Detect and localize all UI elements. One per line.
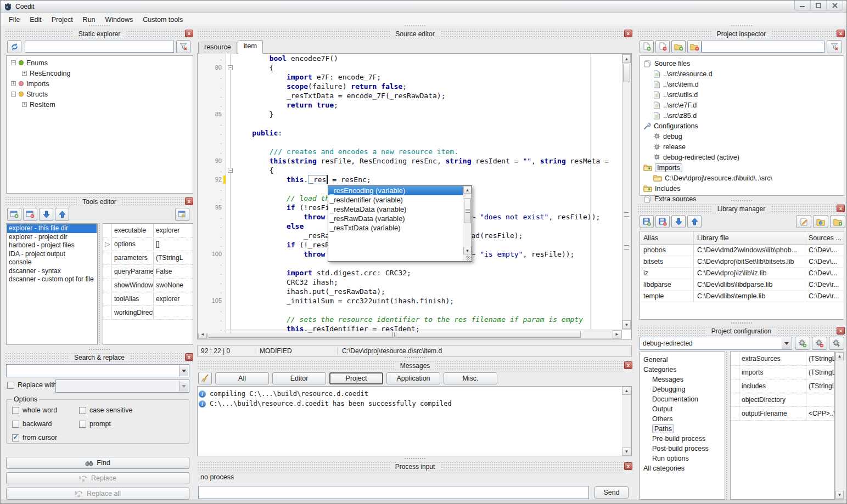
library-manager-close-icon[interactable]: x — [837, 205, 845, 212]
tool-property-row[interactable]: executableexplorer — [103, 224, 193, 237]
process-input-close-icon[interactable]: x — [624, 462, 632, 470]
fold-margin[interactable] — [226, 128, 235, 138]
project-tree-item[interactable]: debug-redirected (active) — [641, 152, 843, 162]
config-category[interactable]: All categories — [642, 463, 722, 473]
fold-margin[interactable] — [226, 250, 235, 259]
inspector-clear-filter-icon[interactable] — [827, 40, 842, 53]
tool-list-item[interactable]: console — [7, 258, 97, 267]
replace-term-combo[interactable] — [55, 380, 189, 393]
library-row[interactable]: libdparseC:\Dev\dlibs\libdparse.libC:\De… — [640, 279, 844, 291]
fold-margin[interactable]: − — [226, 166, 235, 175]
menu-item-file[interactable]: File — [4, 14, 25, 25]
code-line[interactable]: . CRC32 ihash; — [198, 278, 622, 287]
property-value[interactable]: swoNone — [153, 279, 193, 292]
clone-configuration-button[interactable] — [829, 337, 844, 350]
filter-button-all[interactable]: All — [215, 372, 269, 384]
config-category[interactable]: Debugging — [642, 384, 722, 394]
tools-splitter[interactable] — [99, 223, 102, 345]
property-value[interactable]: explorer — [153, 292, 193, 305]
configuration-select[interactable]: debug-redirected — [640, 337, 792, 350]
project-tree-item[interactable]: Configurations — [641, 121, 843, 131]
config-category[interactable]: Output — [642, 404, 722, 414]
config-property-row[interactable]: includes(TStringL — [731, 380, 834, 393]
symbol-tree-item[interactable]: +ResItem — [7, 99, 193, 110]
scroll-up-icon[interactable]: ▲ — [835, 352, 844, 360]
messages-scrollbar[interactable]: ▲ ▼ — [622, 387, 631, 456]
expand-icon[interactable]: + — [22, 71, 27, 76]
fold-margin[interactable] — [226, 156, 235, 166]
panel-grip[interactable] — [731, 200, 752, 201]
resize-grip[interactable] — [466, 256, 472, 261]
panel-grip[interactable] — [405, 357, 425, 358]
library-row[interactable]: phobosC:\Dev\dmd2\windows\lib\phob...C:\… — [640, 245, 844, 256]
code-line[interactable]: .− { — [198, 166, 622, 175]
code-line[interactable]: 90 this(string resFile, ResEncoding resE… — [198, 156, 622, 166]
completion-item[interactable]: _resIdentifier (variable) — [328, 195, 463, 205]
tool-list-item[interactable]: explorer - this file dir — [7, 224, 97, 233]
tool-list-item[interactable]: harbored - project files — [7, 241, 97, 250]
fold-margin[interactable] — [226, 82, 235, 91]
tool-list-item[interactable]: explorer - project dir — [7, 233, 97, 242]
panel-grip[interactable] — [731, 25, 752, 26]
config-category[interactable]: General — [642, 355, 722, 365]
project-tree-item[interactable]: Extra sources — [641, 194, 843, 204]
property-value[interactable]: (TStringL — [806, 352, 834, 365]
search-option[interactable]: prompt — [79, 420, 183, 428]
symbol-tree-item[interactable]: −Enums — [7, 58, 193, 68]
process-input-field[interactable] — [198, 486, 589, 499]
completion-item[interactable]: _resTxtData (variable) — [328, 223, 463, 233]
remove-folder-button[interactable] — [687, 40, 702, 53]
project-configuration-close-icon[interactable]: x — [837, 327, 845, 335]
add-source-button[interactable] — [640, 40, 654, 53]
search-option-checkbox[interactable] — [12, 421, 19, 428]
remove-source-button[interactable] — [655, 40, 670, 53]
tool-property-row[interactable]: parameters(TStringL — [103, 251, 193, 265]
code-line[interactable]: . // sets the resource identifier to the… — [198, 315, 622, 324]
panel-grip[interactable] — [405, 25, 425, 26]
search-option-checkbox[interactable] — [79, 421, 86, 428]
code-line[interactable]: . ihash.put(_resRawData); — [198, 287, 622, 296]
add-configuration-button[interactable] — [795, 337, 810, 350]
project-tree-item[interactable]: Includes — [641, 183, 843, 194]
fold-margin[interactable] — [226, 110, 235, 119]
fold-margin[interactable] — [226, 268, 235, 278]
fold-margin[interactable] — [226, 278, 235, 287]
menu-item-windows[interactable]: Windows — [100, 14, 138, 25]
chevron-down-icon[interactable] — [179, 365, 188, 376]
filter-button-project[interactable]: Project — [329, 372, 383, 384]
editor-vscrollbar[interactable]: ▲ ▼ — [622, 54, 631, 330]
search-option-checkbox[interactable] — [12, 407, 19, 414]
code-line[interactable]: . — [198, 138, 622, 147]
remove-library-button[interactable] — [655, 215, 670, 228]
remove-configuration-button[interactable] — [812, 337, 827, 350]
project-tree-item[interactable]: ..\src\item.d — [641, 79, 843, 89]
menu-item-custom-tools[interactable]: Custom tools — [138, 14, 188, 25]
filter-button-misc[interactable]: Misc. — [444, 372, 497, 384]
replace-with-checkbox[interactable] — [7, 382, 14, 389]
register-project-libs-button[interactable] — [813, 215, 828, 228]
menu-item-run[interactable]: Run — [78, 14, 100, 25]
replace-button[interactable]: ba Replace — [6, 472, 189, 484]
search-option[interactable]: case sensitive — [79, 406, 183, 414]
config-property-row[interactable]: extraSources(TStringL — [731, 352, 834, 366]
scroll-down-icon[interactable]: ▼ — [835, 491, 844, 499]
add-tool-button[interactable] — [7, 208, 21, 221]
config-category[interactable]: Documentation — [642, 394, 722, 404]
filter-button-editor[interactable]: Editor — [272, 372, 326, 384]
log-message[interactable]: iC:\...\build\resource.d.coedit has been… — [199, 399, 630, 409]
property-value[interactable]: (TStringL — [806, 380, 834, 393]
project-tree-item[interactable]: Imports — [641, 162, 843, 173]
library-column-header[interactable]: Alias — [640, 231, 694, 244]
symbol-tree-item[interactable]: +ResEncoding — [7, 68, 193, 78]
tool-property-row[interactable]: workingDirect — [103, 306, 193, 320]
refresh-button[interactable] — [7, 40, 21, 53]
project-tree-item[interactable]: release — [641, 141, 843, 152]
fold-margin[interactable] — [226, 324, 235, 333]
move-tool-up-button[interactable] — [55, 208, 69, 221]
messages-close-icon[interactable]: x — [624, 361, 632, 369]
panel-grip[interactable] — [731, 322, 752, 324]
property-value[interactable]: explorer — [153, 224, 193, 237]
move-tool-down-button[interactable] — [39, 208, 53, 221]
fold-margin[interactable] — [226, 119, 235, 128]
search-term-combo[interactable] — [6, 364, 189, 377]
